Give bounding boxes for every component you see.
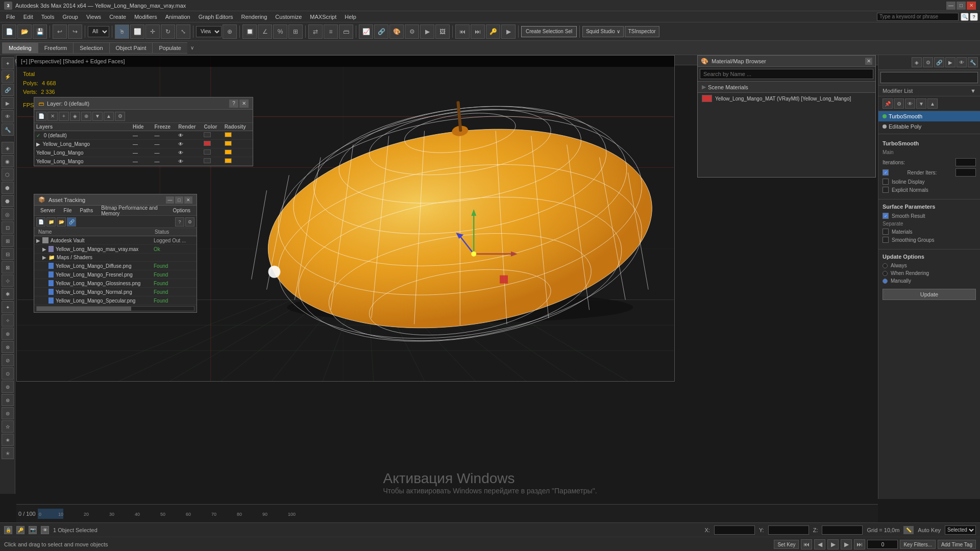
tab-object-paint[interactable]: Object Paint bbox=[109, 42, 153, 54]
tool-k[interactable]: ⊹ bbox=[2, 274, 14, 287]
manually-radio[interactable] bbox=[883, 279, 888, 284]
tool-e[interactable]: ⬣ bbox=[2, 195, 14, 207]
render-btn[interactable]: ▶ bbox=[420, 24, 434, 39]
iterations-input[interactable]: 0 bbox=[955, 158, 976, 166]
tool-b[interactable]: ◉ bbox=[2, 155, 14, 167]
menu-create[interactable]: Create bbox=[105, 13, 130, 21]
object-name-input[interactable]: Yellow_Long_Mango bbox=[880, 72, 978, 83]
nav-key-btn[interactable]: 🔑 bbox=[486, 24, 500, 39]
move-btn[interactable]: ✛ bbox=[145, 24, 160, 39]
align-btn[interactable]: ≡ bbox=[324, 24, 338, 39]
render-iters-checkbox[interactable]: ✓ bbox=[883, 169, 889, 176]
tool-d[interactable]: ⬢ bbox=[2, 182, 14, 194]
timeline-ruler-container[interactable]: 0 10 20 30 40 50 60 70 80 90 100 bbox=[38, 505, 878, 522]
menu-customize[interactable]: Customize bbox=[271, 13, 306, 21]
menu-graph-editors[interactable]: Graph Editors bbox=[194, 13, 237, 21]
modifier-editable-poly[interactable]: Editable Poly bbox=[878, 121, 980, 132]
explicit-normals-checkbox[interactable] bbox=[883, 187, 889, 193]
help-btn[interactable]: ? bbox=[970, 13, 978, 21]
percent-snap-btn[interactable]: % bbox=[273, 24, 287, 39]
rp-icon4[interactable]: ▶ bbox=[945, 57, 955, 67]
tool-o[interactable]: ⊕ bbox=[2, 328, 14, 340]
rp-icon6[interactable]: 🔧 bbox=[968, 57, 978, 67]
modify-tool[interactable]: ⚡ bbox=[2, 70, 14, 83]
create-selection-btn[interactable]: Create Selection Sel bbox=[521, 26, 577, 37]
tool-v[interactable]: ✫ bbox=[2, 420, 14, 433]
rp-icon3[interactable]: 🔗 bbox=[934, 57, 944, 67]
layer-btn[interactable]: 🗃 bbox=[339, 24, 353, 39]
hierarchy-tool[interactable]: 🔗 bbox=[2, 84, 14, 96]
tool-x[interactable]: ✭ bbox=[2, 447, 14, 459]
layer-merge-btn[interactable]: ⊕ bbox=[81, 112, 91, 121]
motion-tool[interactable]: ▶ bbox=[2, 97, 14, 109]
layer-panel-header[interactable]: 🗃 Layer: 0 (default) ? ✕ bbox=[34, 97, 253, 110]
asset-row-maps[interactable]: ▶ 📁 Maps / Shaders bbox=[34, 254, 197, 262]
reference-coord[interactable]: View bbox=[196, 26, 222, 37]
mirror-btn[interactable]: ⇄ bbox=[308, 24, 323, 39]
layer-config-btn[interactable]: ⚙ bbox=[115, 112, 125, 121]
layer-collapse-btn[interactable]: ▲ bbox=[104, 112, 114, 121]
select-region-btn[interactable]: ⬜ bbox=[130, 24, 144, 39]
tool-m[interactable]: ✦ bbox=[2, 301, 14, 313]
render-frame-btn[interactable]: 🖼 bbox=[435, 24, 450, 39]
snaps-btn[interactable]: 🔲 bbox=[242, 24, 257, 39]
rp-icon2[interactable]: ⚙ bbox=[923, 57, 933, 67]
search-btn[interactable]: 🔍 bbox=[961, 13, 969, 21]
tool-c[interactable]: ⬡ bbox=[2, 168, 14, 181]
rp-icon1[interactable]: ◈ bbox=[912, 57, 922, 67]
mod-show-btn[interactable]: 👁 bbox=[905, 98, 915, 109]
menu-help[interactable]: Help bbox=[340, 13, 360, 21]
utilities-tool[interactable]: 🔧 bbox=[2, 123, 14, 136]
asset-menu-options[interactable]: Options bbox=[169, 206, 194, 216]
material-editor-btn[interactable]: 🎨 bbox=[389, 24, 404, 39]
mod-collapse-btn[interactable]: ▲ bbox=[927, 98, 938, 109]
selection-mode-select[interactable]: Selected bbox=[945, 525, 976, 535]
render-iters-input[interactable]: 2 bbox=[955, 168, 976, 177]
asset-menu-server[interactable]: Server bbox=[36, 206, 59, 216]
new-scene-btn[interactable]: 📄 bbox=[2, 24, 16, 39]
asset-header[interactable]: 📦 Asset Tracking — □ ✕ bbox=[34, 194, 197, 206]
current-frame-input[interactable] bbox=[867, 540, 898, 549]
minimize-button[interactable]: — bbox=[946, 2, 955, 10]
menu-edit[interactable]: Edit bbox=[19, 13, 37, 21]
always-radio[interactable] bbox=[883, 263, 888, 268]
rp-icon5[interactable]: 👁 bbox=[957, 57, 967, 67]
mod-pin-btn[interactable]: 📌 bbox=[883, 98, 893, 109]
set-key-btn[interactable]: Set Key bbox=[774, 540, 799, 549]
modifier-turbosmooth[interactable]: TurboSmooth bbox=[878, 111, 980, 121]
mod-expand-btn[interactable]: ▼ bbox=[916, 98, 926, 109]
scene-materials-header[interactable]: ▶ Scene Materials bbox=[698, 81, 875, 93]
render-setup-btn[interactable]: ⚙ bbox=[405, 24, 419, 39]
materials-checkbox[interactable] bbox=[883, 229, 889, 235]
asset-menu-file[interactable]: File bbox=[59, 206, 76, 216]
search-input[interactable] bbox=[877, 13, 959, 21]
tool-j[interactable]: ⊠ bbox=[2, 261, 14, 273]
play-next-btn[interactable]: ▶ bbox=[841, 539, 852, 549]
z-coord-input[interactable]: 3,06cm bbox=[822, 525, 863, 535]
asset-row-specular[interactable]: Yellow_Long_Mango_Specular.png Found bbox=[34, 296, 197, 305]
tool-h[interactable]: ⊞ bbox=[2, 235, 14, 247]
asset-tb-2[interactable]: 📁 bbox=[46, 217, 56, 227]
play-prev-btn[interactable]: ◀ bbox=[814, 539, 825, 549]
tsinspector-btn[interactable]: TSInspector bbox=[625, 26, 659, 37]
maximize-button[interactable]: □ bbox=[957, 2, 966, 10]
y-coord-input[interactable]: -0,215cm bbox=[768, 525, 809, 535]
material-item[interactable]: Yellow_Long_Mango_MAT (VRayMtl) [Yellow_… bbox=[698, 93, 875, 104]
asset-menu-paths[interactable]: Paths bbox=[76, 206, 97, 216]
layer-sel-btn[interactable]: ◈ bbox=[70, 112, 80, 121]
tool-w[interactable]: ✬ bbox=[2, 434, 14, 446]
asset-menu-bitmap[interactable]: Bitmap Performance and Memory bbox=[97, 206, 168, 216]
tab-freeform[interactable]: Freeform bbox=[38, 42, 74, 54]
layer-row-mango2[interactable]: Yellow_Long_Mango — — 👁 bbox=[34, 148, 253, 157]
asset-tb-1[interactable]: 📄 bbox=[36, 217, 45, 227]
tab-modeling[interactable]: Modeling bbox=[2, 42, 38, 54]
asset-row-normal[interactable]: Yellow_Long_Mango_Normal.png Found bbox=[34, 288, 197, 296]
layer-close-btn[interactable]: ✕ bbox=[239, 99, 249, 108]
menu-modifiers[interactable]: Modifiers bbox=[130, 13, 161, 21]
menu-maxscript[interactable]: MAXScript bbox=[306, 13, 340, 21]
squid-studio-btn[interactable]: Squid Studio ∨ bbox=[582, 26, 624, 37]
angle-snap-btn[interactable]: ∠ bbox=[258, 24, 272, 39]
asset-close-btn[interactable]: ✕ bbox=[184, 196, 192, 204]
nav-next-btn[interactable]: ⏭ bbox=[471, 24, 485, 39]
mat-browser-close[interactable]: ✕ bbox=[865, 58, 872, 65]
